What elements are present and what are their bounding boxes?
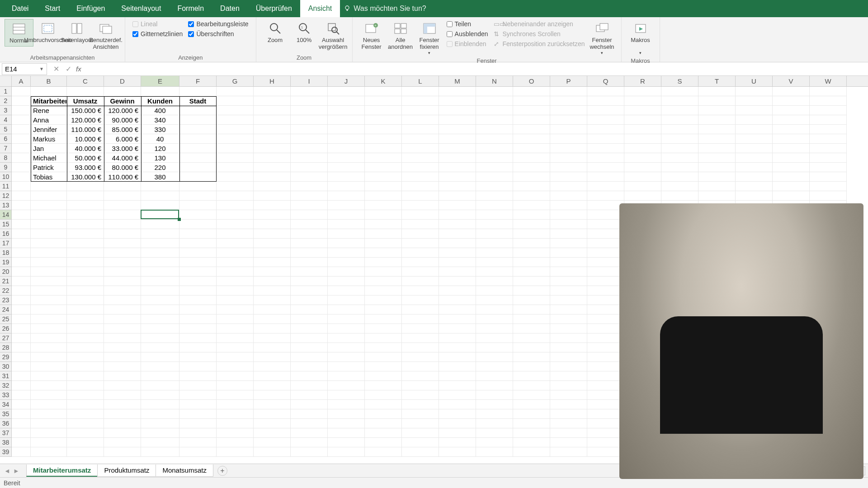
cell[interactable] xyxy=(254,153,291,163)
cell[interactable] xyxy=(67,343,104,352)
cell[interactable] xyxy=(365,314,402,324)
row-header[interactable]: 14 xyxy=(0,210,12,220)
cell[interactable] xyxy=(402,106,439,115)
cell[interactable] xyxy=(550,144,587,153)
cell[interactable] xyxy=(402,115,439,125)
cell[interactable]: Kunden xyxy=(141,96,179,106)
cell[interactable] xyxy=(439,115,476,125)
col-header-M[interactable]: M xyxy=(439,76,476,86)
cell[interactable] xyxy=(179,182,217,191)
cell[interactable] xyxy=(31,409,67,419)
cell[interactable] xyxy=(254,239,291,248)
formula-input[interactable] xyxy=(84,64,868,75)
cell[interactable] xyxy=(104,182,141,191)
cell[interactable] xyxy=(810,144,847,153)
col-header-V[interactable]: V xyxy=(773,76,810,86)
row-header[interactable]: 39 xyxy=(0,447,12,457)
cell[interactable] xyxy=(624,134,661,144)
cell[interactable] xyxy=(12,286,31,296)
cell[interactable] xyxy=(550,134,587,144)
cell[interactable] xyxy=(773,134,810,144)
cell[interactable] xyxy=(328,305,365,314)
cell[interactable] xyxy=(12,220,31,229)
row-header[interactable]: 4 xyxy=(0,115,12,125)
cell[interactable] xyxy=(698,182,736,191)
cell[interactable] xyxy=(328,258,365,267)
cell[interactable] xyxy=(291,229,328,239)
cell[interactable] xyxy=(31,390,67,400)
cell[interactable]: 10.000 € xyxy=(67,134,104,144)
cell[interactable] xyxy=(661,182,698,191)
cell[interactable] xyxy=(254,229,291,239)
cell[interactable] xyxy=(12,428,31,438)
cell[interactable] xyxy=(328,286,365,296)
cell[interactable] xyxy=(402,343,439,352)
cell[interactable] xyxy=(513,210,550,220)
cell[interactable] xyxy=(365,125,402,134)
cell[interactable] xyxy=(179,381,217,390)
cell[interactable] xyxy=(328,296,365,305)
cell[interactable] xyxy=(254,352,291,362)
cell[interactable] xyxy=(439,362,476,371)
cell[interactable] xyxy=(179,191,217,201)
cell[interactable] xyxy=(141,447,179,457)
col-header-H[interactable]: H xyxy=(254,76,291,86)
row-header[interactable]: 21 xyxy=(0,277,12,286)
cell[interactable] xyxy=(291,87,328,96)
cell[interactable] xyxy=(67,267,104,277)
cell[interactable] xyxy=(254,324,291,333)
cell[interactable] xyxy=(141,277,179,286)
cell[interactable] xyxy=(179,390,217,400)
cell[interactable] xyxy=(661,106,698,115)
cell[interactable] xyxy=(104,438,141,447)
cell[interactable] xyxy=(513,371,550,381)
cell[interactable] xyxy=(439,352,476,362)
cell[interactable] xyxy=(179,400,217,409)
cell[interactable] xyxy=(624,172,661,182)
cell[interactable] xyxy=(328,343,365,352)
cell[interactable] xyxy=(31,87,67,96)
cell[interactable] xyxy=(328,201,365,210)
cell[interactable] xyxy=(31,352,67,362)
cell[interactable] xyxy=(254,305,291,314)
cell[interactable] xyxy=(12,239,31,248)
cell[interactable] xyxy=(141,229,179,239)
cell[interactable] xyxy=(476,201,513,210)
cell[interactable] xyxy=(773,191,810,201)
cell[interactable] xyxy=(179,352,217,362)
cell[interactable] xyxy=(291,390,328,400)
cell[interactable] xyxy=(254,106,291,115)
cell[interactable]: 80.000 € xyxy=(104,163,141,172)
cell[interactable] xyxy=(141,390,179,400)
cell[interactable] xyxy=(587,419,624,428)
cell[interactable] xyxy=(104,220,141,229)
cell[interactable] xyxy=(736,106,773,115)
cell[interactable] xyxy=(736,153,773,163)
cell[interactable]: 130.000 € xyxy=(67,172,104,182)
cell[interactable]: Michael xyxy=(31,153,67,163)
col-header-E[interactable]: E xyxy=(141,76,179,86)
cell[interactable] xyxy=(476,438,513,447)
cell[interactable] xyxy=(624,125,661,134)
row-header[interactable]: 3 xyxy=(0,106,12,115)
cell[interactable] xyxy=(550,248,587,258)
cell[interactable] xyxy=(476,115,513,125)
cell[interactable] xyxy=(773,115,810,125)
cell[interactable] xyxy=(179,115,217,125)
cell[interactable] xyxy=(550,305,587,314)
cell[interactable] xyxy=(439,258,476,267)
cell[interactable] xyxy=(365,267,402,277)
cell[interactable] xyxy=(104,258,141,267)
cell[interactable] xyxy=(217,96,254,106)
cell[interactable] xyxy=(736,163,773,172)
cell[interactable] xyxy=(439,248,476,258)
cell[interactable] xyxy=(254,447,291,457)
cell[interactable] xyxy=(402,125,439,134)
cell[interactable] xyxy=(587,267,624,277)
cell[interactable] xyxy=(439,428,476,438)
menu-tab-überprüfen[interactable]: Überprüfen xyxy=(248,0,300,17)
cell[interactable] xyxy=(365,352,402,362)
cell[interactable] xyxy=(217,153,254,163)
cell[interactable] xyxy=(439,333,476,343)
cell[interactable] xyxy=(12,381,31,390)
